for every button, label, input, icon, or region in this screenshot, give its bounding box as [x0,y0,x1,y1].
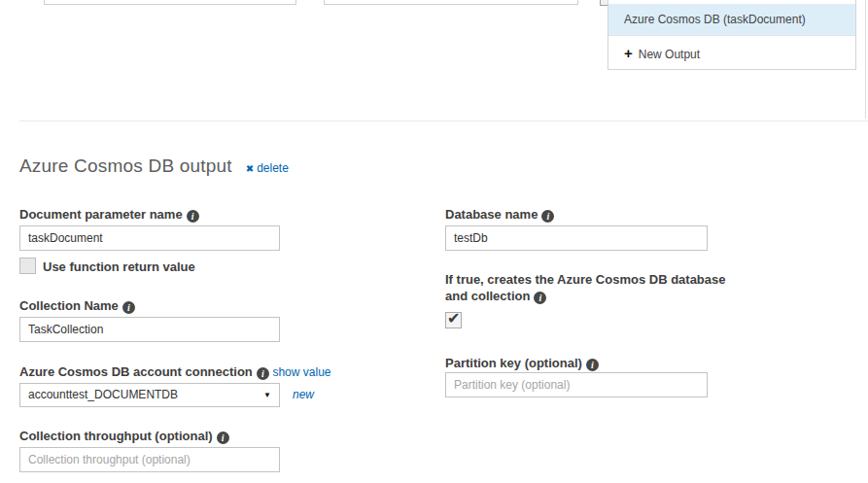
collection-throughput-label: Collection throughput (optional)i [19,428,229,444]
document-parameter-input[interactable] [19,225,280,251]
delete-label: delete [257,161,289,175]
document-parameter-label: Document parameter namei [19,206,199,223]
delete-output-button[interactable]: ✖delete [246,161,289,175]
partition-key-label: Partition key (optional)i [445,355,599,371]
account-connection-value: accounttest_DOCUMENTDB [28,384,178,406]
info-icon[interactable]: i [122,301,135,314]
collection-name-input[interactable] [19,317,280,342]
database-name-input[interactable] [445,225,708,251]
collection-throughput-input[interactable] [19,447,280,472]
create-db-checkbox[interactable]: ✔ [445,312,462,328]
info-icon[interactable]: i [586,359,599,371]
info-icon[interactable]: i [541,210,554,223]
show-value-link[interactable]: show value [272,365,330,379]
section-header: Azure Cosmos DB output ✖delete [19,155,289,177]
new-output-label: New Output [639,48,700,61]
collection-name-label: Collection Namei [19,297,135,314]
page-title: Azure Cosmos DB output [19,155,232,177]
new-output-button[interactable]: +New Output [608,35,855,69]
info-icon[interactable]: i [257,367,269,380]
partial-input-right[interactable] [324,0,578,5]
chevron-down-icon: ▼ [263,384,271,406]
use-return-value-label: Use function return value [43,259,195,274]
info-icon[interactable]: i [217,431,229,444]
create-db-label: If true, creates the Azure Cosmos DB dat… [445,271,729,304]
plus-icon: + [624,45,633,61]
azure-function-integrate-page: Azure Cosmos DB (taskDocument) +New Outp… [0,0,868,483]
output-item-label: Azure Cosmos DB (taskDocument) [624,13,806,26]
account-connection-label: Azure Cosmos DB account connectioni show… [19,363,330,381]
info-icon[interactable]: i [187,210,199,223]
delete-x-icon: ✖ [246,163,254,174]
partial-input-left[interactable] [44,0,296,5]
output-item-cosmos-db[interactable]: Azure Cosmos DB (taskDocument) [608,4,855,35]
section-divider [19,121,868,121]
info-icon[interactable]: i [534,292,546,304]
new-connection-link[interactable]: new [293,388,314,401]
outputs-list: Azure Cosmos DB (taskDocument) +New Outp… [608,0,856,70]
account-connection-select[interactable]: accounttest_DOCUMENTDB ▼ [19,383,280,407]
database-name-label: Database namei [445,206,554,223]
check-icon: ✔ [447,309,460,328]
scrollbar-track [865,0,866,119]
partition-key-input[interactable] [445,372,708,397]
use-return-value-checkbox[interactable] [19,258,36,274]
